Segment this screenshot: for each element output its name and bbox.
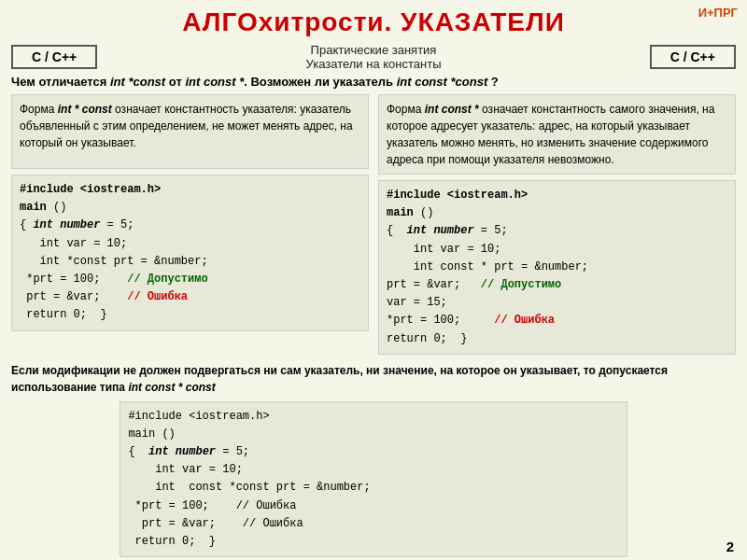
- two-column-layout: Форма int * const означает константность…: [11, 94, 736, 355]
- top-badge: И+ПРГ: [698, 6, 738, 20]
- left-description: Форма int * const означает константность…: [11, 94, 369, 169]
- header-line1: Практические занятия: [306, 43, 442, 57]
- lang-btn-right[interactable]: С / С++: [650, 45, 736, 69]
- page: И+ПРГ АЛГОхитрости. УКАЗАТЕЛИ С / С++ Пр…: [0, 0, 747, 560]
- bottom-section: Если модификации не должен подвергаться …: [11, 362, 736, 558]
- left-column: Форма int * const означает константность…: [11, 94, 369, 355]
- right-code-block: #include <iostream.h> main () { int numb…: [378, 180, 736, 355]
- lang-btn-left[interactable]: С / С++: [11, 45, 97, 69]
- page-number: 2: [726, 539, 734, 554]
- bottom-text: Если модификации не должен подвергаться …: [11, 362, 736, 396]
- right-description: Форма int const * означает константность…: [378, 94, 736, 175]
- header-row: С / С++ Практические занятия Указатели н…: [11, 43, 736, 71]
- right-column: Форма int const * означает константность…: [378, 94, 736, 355]
- left-code-block: #include <iostream.h> main () { int numb…: [11, 175, 369, 331]
- page-title: АЛГОхитрости. УКАЗАТЕЛИ: [11, 7, 736, 37]
- bottom-code-block: #include <iostream.h> main () { int numb…: [120, 401, 627, 558]
- question-line: Чем отличается int *const от int const *…: [11, 75, 736, 89]
- header-line2: Указатели на константы: [306, 57, 442, 71]
- header-center: Практические занятия Указатели на конста…: [306, 43, 442, 71]
